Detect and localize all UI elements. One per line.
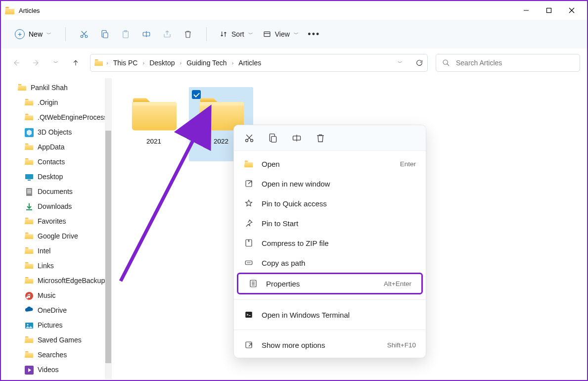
svg-rect-21 xyxy=(27,190,31,190)
tree-item-label: Documents xyxy=(38,188,73,195)
breadcrumb[interactable]: This PC xyxy=(111,58,140,68)
svg-rect-13 xyxy=(264,32,270,36)
cut-button[interactable] xyxy=(75,25,93,44)
delete-button[interactable] xyxy=(179,25,197,44)
tree-item[interactable]: Searches xyxy=(18,347,112,362)
context-menu-item-zip[interactable]: Compress to ZIP file xyxy=(234,233,426,253)
context-menu-item-new-window[interactable]: Open in new window xyxy=(234,174,426,193)
svg-rect-19 xyxy=(28,180,31,181)
context-menu-item-more[interactable]: Show more optionsShift+F10 xyxy=(234,335,426,355)
tree-item[interactable]: Documents xyxy=(18,184,112,199)
window-title: Articles xyxy=(19,7,40,14)
tree-item[interactable]: Desktop xyxy=(18,169,112,184)
context-menu-toolbar xyxy=(234,125,426,151)
cut-icon[interactable] xyxy=(244,133,255,143)
breadcrumb[interactable]: Guiding Tech xyxy=(184,58,228,68)
svg-rect-23 xyxy=(27,192,31,193)
copy-icon[interactable] xyxy=(268,133,278,143)
tree-item[interactable]: Google Drive xyxy=(18,229,112,243)
context-menu-item-properties[interactable]: PropertiesAlt+Enter xyxy=(237,273,423,294)
tree-item[interactable]: Links xyxy=(18,258,112,273)
tree-item[interactable]: Contacts xyxy=(18,154,112,169)
sort-button[interactable]: Sort ﹀ xyxy=(216,27,257,41)
tree-item[interactable]: Downloads xyxy=(18,199,112,214)
minimize-button[interactable] xyxy=(515,2,538,18)
svg-point-25 xyxy=(25,292,33,300)
context-menu-label: Properties xyxy=(266,280,376,288)
tree-item-label: Contacts xyxy=(38,158,65,166)
new-button[interactable]: + New ﹀ xyxy=(10,26,56,42)
delete-icon[interactable] xyxy=(315,133,326,143)
up-button[interactable] xyxy=(67,54,84,71)
view-button[interactable]: View ﹀ xyxy=(259,27,303,41)
zip-icon xyxy=(244,238,254,248)
tree-root[interactable]: Pankil Shah xyxy=(18,80,112,95)
tree-item[interactable]: Favorites xyxy=(18,214,112,229)
breadcrumb[interactable]: Desktop xyxy=(147,58,177,68)
title-bar: Articles xyxy=(1,1,587,20)
scrollbar[interactable] xyxy=(105,78,112,379)
folder-item[interactable]: 2021 xyxy=(122,87,186,161)
svg-rect-1 xyxy=(547,8,551,13)
tree-item[interactable]: .Origin xyxy=(18,95,112,110)
chevron-down-icon[interactable]: ﹀ xyxy=(398,59,403,66)
paste-button[interactable] xyxy=(116,25,135,44)
tree-item-label: Intel xyxy=(38,247,50,255)
forward-button[interactable] xyxy=(28,54,45,71)
3d-icon xyxy=(25,128,34,136)
tree-item[interactable]: Videos xyxy=(18,362,112,377)
tree-item[interactable]: 3D Objects xyxy=(18,125,112,140)
tree-item[interactable]: Pictures xyxy=(18,318,112,333)
copy-button[interactable] xyxy=(95,25,114,44)
folder-icon xyxy=(25,262,34,270)
scrollbar-thumb[interactable] xyxy=(105,131,111,363)
tree-item-label: .QtWebEngineProcess xyxy=(38,113,107,121)
rename-button[interactable] xyxy=(137,25,156,44)
context-menu-item-terminal[interactable]: Open in Windows Terminal xyxy=(234,305,426,325)
chevron-down-icon: ﹀ xyxy=(248,31,253,38)
close-button[interactable] xyxy=(560,2,583,18)
tree-item-label: Videos xyxy=(38,366,59,374)
recent-button[interactable]: ﹀ xyxy=(47,54,64,71)
back-button[interactable] xyxy=(8,54,25,71)
properties-icon xyxy=(248,279,258,288)
content-pane[interactable]: 20212022 OpenEnterOpen in new windowPin … xyxy=(112,78,586,379)
path-icon xyxy=(244,258,254,268)
tree-item[interactable]: .QtWebEngineProcess xyxy=(18,110,112,125)
view-icon xyxy=(263,30,271,38)
tree-item[interactable]: OneDrive xyxy=(18,303,112,318)
breadcrumb[interactable]: Articles xyxy=(236,58,263,68)
navigation-pane[interactable]: Pankil Shah .Origin.QtWebEngineProcess3D… xyxy=(2,78,112,379)
tree-item[interactable]: AppData xyxy=(18,140,112,154)
tree-item[interactable]: Music xyxy=(18,288,112,303)
new-label: New xyxy=(29,30,43,38)
tree-item[interactable]: MicrosoftEdgeBackups xyxy=(18,273,112,288)
refresh-icon[interactable] xyxy=(415,59,423,67)
rename-icon[interactable] xyxy=(291,133,302,143)
context-menu-item-path[interactable]: Copy as path xyxy=(234,253,426,273)
context-menu-item-pin[interactable]: Pin to Start xyxy=(234,213,426,233)
terminal-icon xyxy=(244,310,254,320)
svg-point-5 xyxy=(85,35,88,38)
search-box[interactable]: Search Articles xyxy=(436,54,580,72)
context-menu-label: Compress to ZIP file xyxy=(262,239,416,247)
context-menu-item-star[interactable]: Pin to Quick access xyxy=(234,193,426,213)
more-button[interactable]: ••• xyxy=(305,25,323,44)
maximize-button[interactable] xyxy=(538,2,560,18)
tree-item[interactable]: Saved Games xyxy=(18,333,112,347)
music-icon xyxy=(25,291,34,299)
share-button[interactable] xyxy=(158,25,177,44)
tree-item-label: Links xyxy=(38,262,54,270)
pictures-icon xyxy=(25,321,34,329)
tree-item[interactable]: Intel xyxy=(18,243,112,258)
folder-icon xyxy=(25,98,34,106)
address-bar[interactable]: › This PC› Desktop› Guiding Tech› Articl… xyxy=(90,54,428,72)
checkbox-icon[interactable] xyxy=(192,90,201,99)
context-menu-label: Open in new window xyxy=(262,180,416,188)
context-menu-item-open[interactable]: OpenEnter xyxy=(234,154,426,174)
onedrive-icon xyxy=(25,306,34,314)
svg-point-15 xyxy=(443,60,448,64)
folder-label: 2022 xyxy=(214,138,228,145)
context-menu-label: Copy as path xyxy=(262,259,416,267)
folder-icon xyxy=(25,247,34,255)
